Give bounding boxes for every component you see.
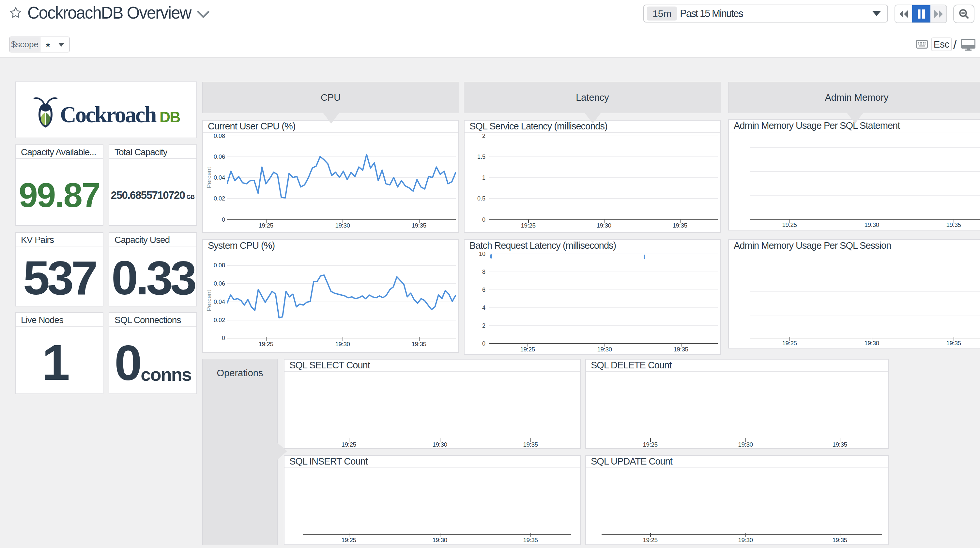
svg-text:Cockroach: Cockroach (60, 102, 157, 127)
svg-text:DB: DB (159, 108, 180, 125)
